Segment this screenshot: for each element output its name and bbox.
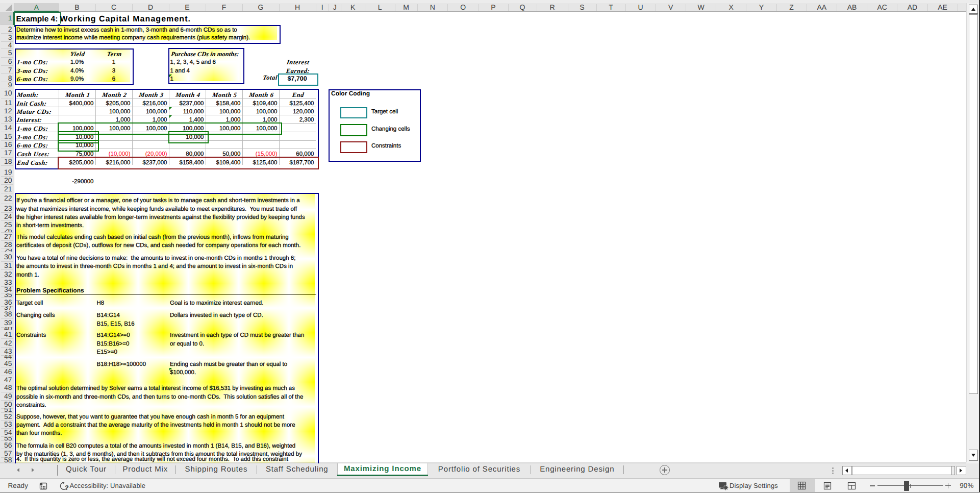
svg-text:?: ? [65,484,69,491]
